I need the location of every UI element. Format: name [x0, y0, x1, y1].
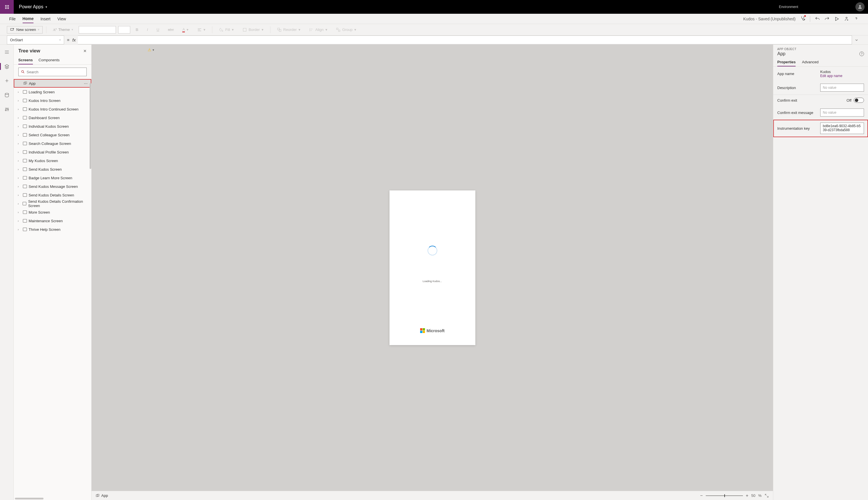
tree-node-screen[interactable]: ›Individual Kudos Screen: [14, 122, 91, 130]
tree-node-screen[interactable]: ›Select Colleague Screen: [14, 130, 91, 139]
bold-button[interactable]: B: [132, 26, 141, 33]
expand-button[interactable]: ›: [18, 142, 21, 145]
group-button[interactable]: Group▾: [333, 26, 360, 34]
help-button[interactable]: [854, 16, 859, 22]
rail-tree-view-button[interactable]: [2, 62, 11, 71]
tree-node-app[interactable]: App ⋯: [14, 79, 91, 88]
share-button[interactable]: [844, 16, 849, 22]
props-help-button[interactable]: ?: [859, 52, 864, 56]
tree-search-field[interactable]: [27, 70, 84, 74]
expand-button[interactable]: ›: [18, 134, 21, 137]
zoom-slider[interactable]: [706, 496, 743, 496]
expand-button[interactable]: ›: [18, 228, 21, 231]
app-preview-canvas[interactable]: Loading Kudos... Microsoft: [389, 191, 476, 345]
expand-button[interactable]: ›: [18, 194, 21, 197]
fill-button[interactable]: Fill▾: [216, 26, 237, 34]
expand-button[interactable]: ›: [18, 125, 21, 128]
tree-node-screen[interactable]: ›Send Kudos Details Screen: [14, 191, 91, 199]
tree-node-screen[interactable]: ›Send Kudos Details Confirmation Screen: [14, 199, 91, 208]
tree-node-screen[interactable]: ›More Screen: [14, 208, 91, 216]
app-launcher-button[interactable]: [0, 0, 14, 14]
tab-screens[interactable]: Screens: [18, 56, 33, 65]
tree-node-screen[interactable]: ›Maintenance Screen: [14, 216, 91, 225]
italic-button[interactable]: I: [144, 26, 151, 33]
expand-button[interactable]: ›: [18, 116, 21, 120]
tree-node-screen[interactable]: ›Badge Learn More Screen: [14, 173, 91, 182]
tree-node-screen[interactable]: ›My Kudos Screen: [14, 156, 91, 165]
edit-app-name-link[interactable]: Edit app name: [820, 74, 864, 78]
tree-node-label: Thrive Help Screen: [28, 227, 60, 232]
tree-node-screen[interactable]: ›Individual Profile Screen: [14, 148, 91, 156]
expand-button[interactable]: ›: [18, 99, 21, 102]
tree-search-input[interactable]: [18, 68, 87, 76]
prop-confirm-exit-msg-input[interactable]: No value: [820, 109, 864, 116]
expand-button[interactable]: ›: [18, 108, 21, 111]
prop-description-input[interactable]: No value: [820, 84, 864, 92]
horizontal-scrollbar[interactable]: [14, 497, 91, 500]
font-color-button[interactable]: A▾: [179, 26, 192, 34]
prop-instrumentation-input[interactable]: bd8e1ea6-9032-4b85-b539-d2373fbda588: [820, 123, 864, 134]
tree-node-screen[interactable]: ›Dashboard Screen: [14, 113, 91, 122]
menu-view[interactable]: View: [57, 15, 66, 23]
tree-node-screen[interactable]: ›Loading Screen: [14, 88, 91, 96]
menu-insert[interactable]: Insert: [40, 15, 50, 23]
tab-components[interactable]: Components: [39, 56, 60, 65]
text-align-button[interactable]: ▾: [194, 26, 209, 34]
undo-button[interactable]: [815, 16, 820, 22]
tree-node-screen[interactable]: ›Thrive Help Screen: [14, 225, 91, 234]
theme-button[interactable]: Aª Theme ▾: [50, 26, 77, 34]
rail-insert-button[interactable]: [2, 76, 11, 86]
expand-button[interactable]: ›: [18, 91, 21, 94]
loading-text: Loading Kudos...: [423, 280, 442, 283]
prop-description-label: Description: [777, 86, 817, 90]
rail-tools-button[interactable]: [2, 105, 11, 114]
expand-button[interactable]: ›: [18, 185, 21, 188]
formula-expand-button[interactable]: [852, 35, 861, 44]
rail-hamburger-button[interactable]: [2, 47, 11, 57]
menu-file[interactable]: File: [9, 15, 16, 23]
more-options-button[interactable]: ⋯: [84, 81, 88, 86]
tab-advanced[interactable]: Advanced: [802, 58, 819, 66]
divider: [810, 16, 810, 22]
zoom-in-button[interactable]: +: [746, 493, 748, 498]
expand-button[interactable]: ›: [18, 168, 21, 171]
font-family-select[interactable]: [79, 26, 116, 34]
menu-home[interactable]: Home: [23, 15, 34, 23]
expand-button[interactable]: ›: [18, 151, 21, 154]
expand-button[interactable]: ›: [18, 159, 21, 162]
close-tree-button[interactable]: ✕: [83, 49, 87, 53]
property-selector[interactable]: OnStart ▾: [7, 35, 64, 44]
expand-button[interactable]: ›: [18, 177, 21, 180]
tree-node-screen[interactable]: ›Send Kudos Message Screen: [14, 182, 91, 191]
tree-node-screen[interactable]: ›Kudos Intro Screen: [14, 96, 91, 105]
new-screen-button[interactable]: New screen ▾: [7, 26, 43, 34]
underline-button[interactable]: U: [153, 26, 162, 33]
reorder-button[interactable]: Reorder▾: [274, 26, 304, 34]
zoom-out-button[interactable]: −: [700, 493, 703, 498]
play-button[interactable]: [834, 16, 840, 22]
user-avatar[interactable]: [855, 2, 865, 11]
app-checker-button[interactable]: [800, 16, 805, 22]
chevron-down-icon[interactable]: ▾: [46, 5, 47, 9]
prop-app-name-label: App name: [777, 71, 817, 76]
tree-node-screen[interactable]: ›Kudos Intro Continued Screen: [14, 105, 91, 113]
prop-confirm-exit-msg-placeholder: No value: [823, 111, 836, 115]
rail-data-button[interactable]: [2, 91, 11, 100]
align-button[interactable]: Align▾: [306, 26, 330, 34]
tab-properties[interactable]: Properties: [777, 58, 796, 66]
confirm-exit-toggle[interactable]: [854, 98, 864, 103]
separator: [46, 26, 46, 33]
strikethrough-button[interactable]: abc: [165, 26, 177, 33]
expand-button[interactable]: ›: [18, 211, 21, 214]
scrollbar-thumb[interactable]: [90, 83, 91, 169]
tree-node-screen[interactable]: ›Send Kudos Screen: [14, 165, 91, 173]
expand-button[interactable]: ›: [18, 219, 21, 223]
redo-button[interactable]: [824, 16, 830, 22]
chevron-down-icon[interactable]: ▾: [153, 48, 154, 52]
fit-to-screen-button[interactable]: [764, 493, 769, 498]
border-button[interactable]: Border▾: [239, 26, 267, 34]
formula-input[interactable]: [78, 35, 852, 44]
font-size-select[interactable]: [118, 26, 130, 34]
tree-node-screen[interactable]: ›Search Colleague Screen: [14, 139, 91, 148]
expand-button[interactable]: ›: [18, 202, 21, 205]
